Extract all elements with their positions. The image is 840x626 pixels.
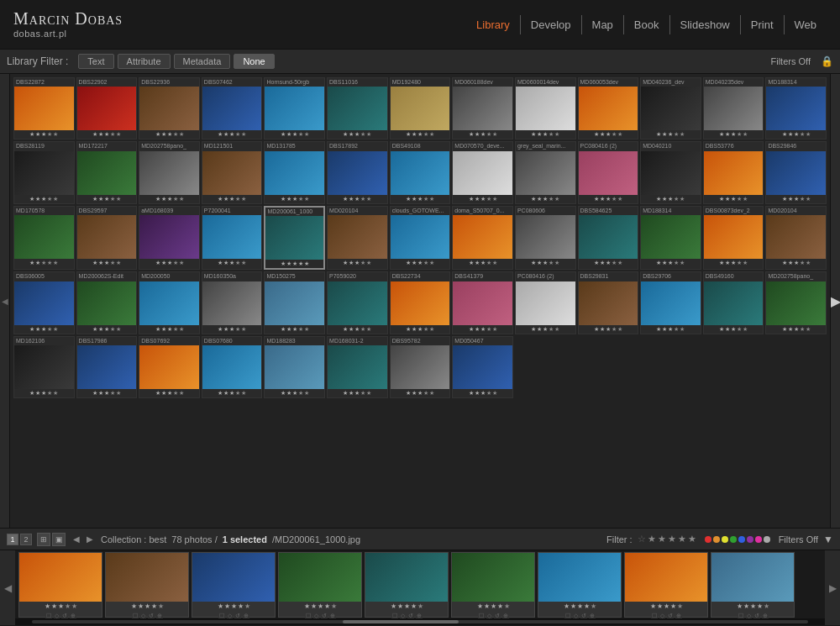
filter-metadata-button[interactable]: Metadata [174,54,231,69]
photo-cell[interactable]: MD160350a★★★★★ [202,271,263,334]
film-action-icon[interactable]: ◇ [54,612,60,619]
photo-cell[interactable]: DBS06005★★★★★ [13,271,75,334]
film-action-icon[interactable]: ☐ [738,612,744,619]
photo-cell[interactable]: MD0600014dev★★★★★ [515,77,576,139]
color-dot-green[interactable] [730,536,737,543]
nav-item-map[interactable]: Map [581,15,623,34]
film-action-icon[interactable]: ☐ [305,612,312,619]
photo-cell[interactable]: DBS49160★★★★★ [703,271,764,334]
photo-cell[interactable]: MD040235dev★★★★★ [703,77,764,139]
film-action-icon[interactable]: ◇ [573,612,579,619]
film-action-icon[interactable]: ↺ [494,612,501,619]
film-action-icon[interactable]: ↺ [234,612,241,619]
film-action-icon[interactable]: ↺ [148,612,155,619]
photo-grid-area[interactable]: DBS22872★★★★★DBS22902★★★★★DBS22936★★★★★D… [10,74,830,528]
film-action-icon[interactable]: ◇ [227,612,233,619]
filmstrip-thumb[interactable]: ★★★★★☐◇↺⊕ [278,552,362,618]
color-dot-yellow[interactable] [722,536,728,543]
photo-cell[interactable]: DBS53776★★★★★ [703,141,764,203]
photo-cell[interactable]: MD188314★★★★★ [765,77,827,139]
film-action-icon[interactable]: ☐ [218,612,225,619]
film-action-icon[interactable]: ⊕ [243,612,249,619]
nav-item-slideshow[interactable]: Slideshow [669,15,740,34]
photo-cell[interactable]: MD188314★★★★★ [640,206,701,270]
filmstrip-thumb[interactable]: ★★★★★☐◇↺⊕ [105,552,189,618]
nav-item-print[interactable]: Print [740,15,784,34]
photo-cell[interactable]: P7059020★★★★★ [327,271,388,334]
filter-attribute-button[interactable]: Attribute [118,54,171,69]
filmstrip-thumb[interactable]: ★★★★★☐◇↺⊕ [192,552,276,618]
photo-cell[interactable]: grey_seal_marin...★★★★★ [515,141,576,203]
color-dot-pink[interactable] [755,536,762,543]
photo-cell[interactable]: DBS28119★★★★★ [13,141,75,203]
photo-cell[interactable]: DBS29846★★★★★ [765,141,827,203]
scroll-track[interactable] [32,620,808,623]
photo-cell[interactable]: DBS49108★★★★★ [390,141,451,203]
photo-cell[interactable]: doma_S50707_0...★★★★★ [452,206,513,270]
photo-cell[interactable]: DBS29706★★★★★ [640,271,701,334]
photo-cell[interactable]: DBS41379★★★★★ [452,271,513,334]
photo-cell[interactable]: MD131785★★★★★ [264,141,325,203]
filter-text-button[interactable]: Text [78,54,113,69]
film-action-icon[interactable]: ↺ [580,612,587,619]
photo-cell[interactable]: clouds_GOTOWE...★★★★★ [390,206,451,270]
filter-expand-icon[interactable]: ▼ [823,534,833,545]
photo-cell[interactable]: MD020104★★★★★ [327,206,388,270]
film-action-icon[interactable]: ☐ [651,612,658,619]
photo-cell[interactable]: MD070570_deve...★★★★★ [452,141,513,203]
film-action-icon[interactable]: ☐ [478,612,485,619]
next-arrow[interactable]: ▶ [84,534,96,545]
color-dot-red[interactable] [705,536,711,543]
photo-cell[interactable]: PC080416 (2)★★★★★ [578,141,639,203]
photo-cell[interactable]: MD202758pano_★★★★★ [765,271,827,334]
nav-item-library[interactable]: Library [466,15,520,34]
photo-cell[interactable]: MD192480★★★★★ [390,77,451,139]
color-dot-gray[interactable] [764,536,770,543]
film-action-icon[interactable]: ⊕ [329,612,336,619]
film-action-icon[interactable]: ⊕ [416,612,423,619]
film-action-icon[interactable]: ◇ [140,612,146,619]
film-action-icon[interactable]: ◇ [313,612,319,619]
film-action-icon[interactable]: ◇ [659,612,665,619]
photo-cell[interactable]: MD202758pano_★★★★★ [139,141,200,203]
grid-view-button[interactable]: ⊞ [37,533,50,546]
film-action-icon[interactable]: ↺ [321,612,328,619]
photo-cell[interactable]: DBS29831★★★★★ [578,271,639,334]
film-action-icon[interactable]: ⊕ [762,612,769,619]
star2[interactable]: ★ [658,534,666,544]
photo-cell[interactable]: MD020104★★★★★ [765,206,827,270]
star4[interactable]: ★ [678,534,686,544]
photo-cell[interactable]: DBS584625★★★★★ [578,206,639,270]
left-panel-toggle[interactable]: ◀ [0,74,10,528]
loupe-view-button[interactable]: ▣ [52,533,66,546]
photo-cell[interactable]: MD170578★★★★★ [13,206,75,270]
photo-cell[interactable]: MD040210★★★★★ [640,141,701,203]
star3[interactable]: ★ [668,534,676,544]
film-action-icon[interactable]: ↺ [407,612,414,619]
photo-cell[interactable]: aMD168039★★★★★ [139,206,200,270]
photo-cell[interactable]: MD200061_1000★★★★★ [264,206,325,270]
filmstrip-right-btn[interactable]: ▶ [825,550,840,625]
nav-item-web[interactable]: Web [784,15,827,34]
star5[interactable]: ★ [688,534,696,544]
right-panel-toggle[interactable]: ▶ [830,74,840,528]
photo-cell[interactable]: DBS22902★★★★★ [76,77,138,139]
film-action-icon[interactable]: ⊕ [502,612,509,619]
film-action-icon[interactable]: ◇ [746,612,752,619]
star1[interactable]: ★ [648,534,656,544]
photo-cell[interactable]: DBS29597★★★★★ [76,206,138,270]
photo-cell[interactable]: DBS22936★★★★★ [139,77,200,139]
color-dot-orange[interactable] [713,536,720,543]
photo-cell[interactable]: DBS22734★★★★★ [390,271,451,334]
photo-cell[interactable]: MD168031-2★★★★★ [327,336,388,398]
photo-cell[interactable]: MD172217★★★★★ [76,141,138,203]
photo-cell[interactable]: PC080416 (2)★★★★★ [515,271,576,334]
scroll-thumb[interactable] [343,620,459,623]
film-action-icon[interactable]: ↺ [667,612,674,619]
film-action-icon[interactable]: ⊕ [156,612,163,619]
film-action-icon[interactable]: ⊕ [675,612,682,619]
photo-cell[interactable]: MD162106★★★★★ [13,336,75,398]
film-action-icon[interactable]: ☐ [391,612,398,619]
film-action-icon[interactable]: ☐ [132,612,139,619]
film-action-icon[interactable]: ☐ [564,612,571,619]
